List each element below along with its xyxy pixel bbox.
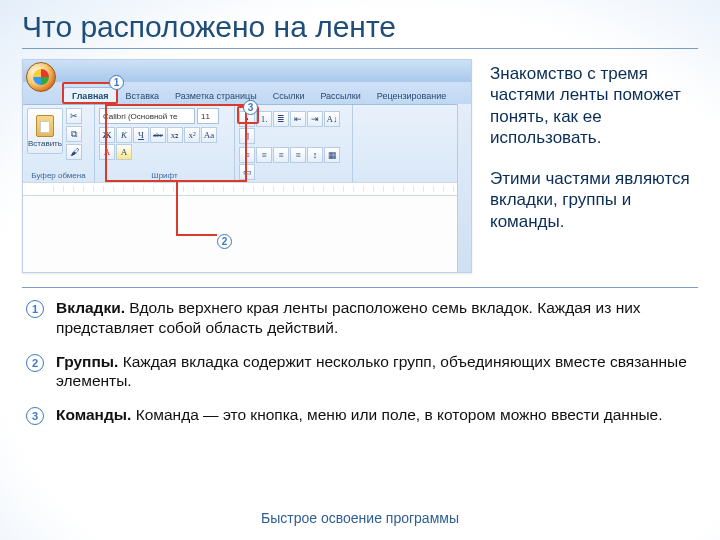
definition-term-1: Вкладки. (56, 299, 125, 316)
definition-term-3: Команды. (56, 406, 131, 423)
paste-icon (36, 115, 54, 137)
section-divider (22, 287, 698, 288)
tab-mailings[interactable]: Рассылки (312, 88, 368, 104)
justify-button[interactable]: ≡ (290, 147, 306, 163)
group-clipboard: Вставить ✂ ⧉ 🖌 Буфер обмена (23, 105, 95, 182)
font-color-button[interactable]: A (99, 144, 115, 160)
group-font: Calibri (Основной те 11 Ж К Ч abc x₂ x² … (95, 105, 235, 182)
showmarks-button[interactable]: ¶ (239, 128, 255, 144)
side-para-1: Знакомство с тремя частями ленты поможет… (490, 63, 698, 148)
callout-number-3: 3 (243, 100, 258, 115)
paste-button[interactable]: Вставить (27, 108, 63, 154)
multilevel-button[interactable]: ≣ (273, 111, 289, 127)
strike-button[interactable]: abc (150, 127, 166, 143)
slide-title: Что расположено на ленте (0, 0, 720, 48)
align-right-button[interactable]: ≡ (273, 147, 289, 163)
definition-row-1: 1 Вкладки. Вдоль верхнего края ленты рас… (26, 298, 690, 338)
decrease-indent-button[interactable]: ⇤ (290, 111, 306, 127)
definition-num-3: 3 (26, 407, 44, 425)
changecase-button[interactable]: Aa (201, 127, 217, 143)
group-paragraph: • 1. ≣ ⇤ ⇥ A↓ ¶ ≡ ≡ ≡ ≡ (235, 105, 353, 182)
paste-label: Вставить (28, 139, 62, 148)
definition-num-1: 1 (26, 300, 44, 318)
side-para-2: Этими частями являются вкладки, группы и… (490, 168, 698, 232)
superscript-button[interactable]: x² (184, 127, 200, 143)
subscript-button[interactable]: x₂ (167, 127, 183, 143)
font-size-combo[interactable]: 11 (197, 108, 219, 124)
tab-insert[interactable]: Вставка (118, 88, 167, 104)
definitions-list: 1 Вкладки. Вдоль верхнего края ленты рас… (0, 298, 720, 425)
side-text: Знакомство с тремя частями ленты поможет… (490, 59, 698, 232)
definition-desc-1: Вдоль верхнего края ленты расположено се… (56, 299, 641, 336)
document-area[interactable] (23, 196, 471, 272)
align-center-button[interactable]: ≡ (256, 147, 272, 163)
definition-num-2: 2 (26, 354, 44, 372)
cut-button[interactable]: ✂ (66, 108, 82, 124)
group-font-label: Шрифт (99, 169, 230, 180)
underline-button[interactable]: Ч (133, 127, 149, 143)
definition-desc-3: Команда — это кнопка, меню или поле, в к… (131, 406, 662, 423)
definition-row-2: 2 Группы. Каждая вкладка содержит нескол… (26, 352, 690, 392)
sort-button[interactable]: A↓ (324, 111, 340, 127)
format-painter-button[interactable]: 🖌 (66, 144, 82, 160)
borders-button[interactable]: ▭ (239, 164, 255, 180)
title-underline (22, 48, 698, 49)
callout-leader-2v (176, 182, 178, 234)
definition-text-1: Вкладки. Вдоль верхнего края ленты распо… (56, 298, 690, 338)
scrollbar[interactable] (457, 104, 471, 272)
ribbon-screenshot: Главная Вставка Разметка страницы Ссылки… (22, 59, 472, 273)
font-family-combo[interactable]: Calibri (Основной те (99, 108, 195, 124)
italic-button[interactable]: К (116, 127, 132, 143)
footer-text: Быстрое освоение программы (0, 510, 720, 526)
ribbon-body: Вставить ✂ ⧉ 🖌 Буфер обмена Calibri (Осн… (23, 104, 471, 182)
office-button-icon[interactable] (26, 62, 56, 92)
quick-access-toolbar (23, 60, 471, 82)
linespacing-button[interactable]: ↕ (307, 147, 323, 163)
tab-references[interactable]: Ссылки (265, 88, 313, 104)
highlight-button[interactable]: A (116, 144, 132, 160)
tab-home[interactable]: Главная (63, 87, 118, 104)
definition-text-2: Группы. Каждая вкладка содержит нескольк… (56, 352, 690, 392)
ruler (23, 182, 471, 196)
definition-row-3: 3 Команды. Команда — это кнопка, меню ил… (26, 405, 690, 425)
increase-indent-button[interactable]: ⇥ (307, 111, 323, 127)
bold-button[interactable]: Ж (99, 127, 115, 143)
group-clipboard-label: Буфер обмена (27, 169, 90, 180)
callout-leader-2h (176, 234, 217, 236)
callout-number-1: 1 (109, 75, 124, 90)
copy-button[interactable]: ⧉ (66, 126, 82, 142)
definition-desc-2: Каждая вкладка содержит несколько групп,… (56, 353, 687, 390)
align-left-button[interactable]: ≡ (239, 147, 255, 163)
definition-text-3: Команды. Команда — это кнопка, меню или … (56, 405, 663, 425)
callout-number-2: 2 (217, 234, 232, 249)
definition-term-2: Группы. (56, 353, 118, 370)
tab-review[interactable]: Рецензирование (369, 88, 455, 104)
numbering-button[interactable]: 1. (256, 111, 272, 127)
shading-button[interactable]: ▦ (324, 147, 340, 163)
